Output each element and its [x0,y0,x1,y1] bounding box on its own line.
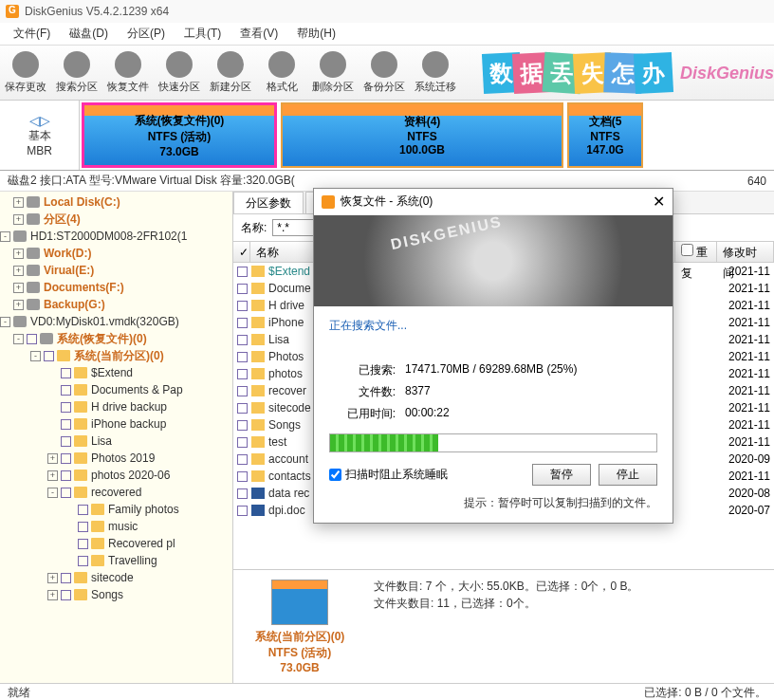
tree-item[interactable]: Travelling [0,552,232,569]
tab[interactable]: 分区参数 [233,192,304,213]
close-icon[interactable]: ✕ [653,193,665,211]
menu-item[interactable]: 文件(F) [4,26,60,42]
tree-checkbox[interactable] [78,522,88,532]
partition-block[interactable]: 系统(恢复文件)(0)NTFS (活动)73.0GB [82,102,277,168]
file-checkbox[interactable] [237,318,248,328]
expand-icon[interactable]: + [13,266,24,276]
tree-item[interactable]: -HD1:ST2000DM008-2FR102(1 [0,228,232,245]
pause-button[interactable]: 暂停 [532,464,591,486]
expand-icon[interactable]: + [13,214,24,225]
menu-item[interactable]: 工具(T) [175,26,230,42]
file-checkbox[interactable] [237,403,248,414]
expand-icon[interactable]: + [47,453,58,464]
sleep-checkbox-input[interactable] [329,469,341,481]
menu-item[interactable]: 帮助(H) [287,26,345,42]
disk-nav[interactable]: ◁▷ 基本 MBR [0,101,80,170]
file-checkbox[interactable] [237,301,248,311]
file-checkbox[interactable] [237,267,248,277]
stop-button[interactable]: 停止 [599,464,657,486]
tree-item[interactable]: +Work(D:) [0,245,232,262]
tree-item[interactable]: $Extend [0,364,232,381]
tool-button[interactable]: 快速分区 [154,48,205,98]
prevent-sleep-checkbox[interactable]: 扫描时阻止系统睡眠 [329,467,448,483]
tree-item[interactable]: +Songs [0,586,232,603]
tree-item[interactable]: +Documents(F:) [0,279,232,296]
file-checkbox[interactable] [237,437,248,448]
tool-button[interactable]: 格式化 [256,48,307,98]
expand-icon[interactable]: + [47,590,58,600]
file-checkbox[interactable] [237,420,248,431]
expand-icon[interactable]: + [47,573,58,583]
tool-button[interactable]: 搜索分区 [51,48,102,98]
tree-checkbox[interactable] [61,436,71,447]
expand-icon[interactable]: + [13,197,24,208]
tool-button[interactable]: 系统迁移 [410,48,461,98]
tree-item[interactable]: +Virual(E:) [0,262,232,279]
tree-checkbox[interactable] [61,470,71,481]
file-checkbox[interactable] [237,369,248,379]
tree-checkbox[interactable] [27,334,37,344]
tree-item[interactable]: +sitecode [0,569,232,586]
col-check-icon[interactable]: ✓ [233,242,250,262]
nav-arrows-icon[interactable]: ◁▷ [29,113,50,128]
tree-checkbox[interactable] [61,385,71,396]
tree-item[interactable]: -recovered [0,484,232,501]
dup-checkbox[interactable] [681,244,693,256]
tree-item[interactable]: -VD0:MyDisk01.vmdk(320GB) [0,313,232,330]
expand-icon[interactable]: - [0,231,10,242]
expand-icon[interactable]: - [13,334,24,344]
tree-checkbox[interactable] [61,402,71,413]
tree-item[interactable]: +photos 2020-06 [0,467,232,484]
expand-icon[interactable]: - [47,488,58,498]
tree-item[interactable]: music [0,518,232,535]
menu-item[interactable]: 查看(V) [230,26,287,42]
expand-icon[interactable]: + [13,300,24,310]
tool-button[interactable]: 恢复文件 [102,48,154,98]
col-date[interactable]: 修改时间 [717,242,774,262]
expand-icon[interactable]: - [0,317,10,327]
tree-item[interactable]: H drive backup [0,398,232,415]
tree-item[interactable]: +Backup(G:) [0,296,232,313]
file-checkbox[interactable] [237,454,248,465]
tree-checkbox[interactable] [61,573,71,583]
file-checkbox[interactable] [237,335,248,345]
tree-checkbox[interactable] [61,488,71,498]
tree-item[interactable]: +分区(4) [0,211,232,228]
tree-item[interactable]: -系统(恢复文件)(0) [0,330,232,347]
tree-checkbox[interactable] [78,556,88,566]
tree-checkbox[interactable] [61,368,71,378]
tree-checkbox[interactable] [61,590,71,600]
expand-icon[interactable]: + [47,470,58,481]
file-checkbox[interactable] [237,352,248,362]
tree-checkbox[interactable] [78,539,88,549]
expand-icon[interactable]: + [13,283,24,293]
tree-item[interactable]: Family photos [0,501,232,518]
tree-item[interactable]: +Local Disk(C:) [0,193,232,211]
tree-item[interactable]: Documents & Pap [0,381,232,398]
tool-button[interactable]: 删除分区 [307,48,359,98]
tool-button[interactable]: 新建分区 [205,48,256,98]
file-checkbox[interactable] [237,488,248,499]
folder-tree[interactable]: +Local Disk(C:)+分区(4)-HD1:ST2000DM008-2F… [0,192,233,683]
expand-icon[interactable]: - [30,351,41,361]
tree-item[interactable]: Lisa [0,433,232,450]
file-checkbox[interactable] [237,506,248,516]
col-dup[interactable]: 重复 [675,242,717,262]
file-checkbox[interactable] [237,284,248,294]
menu-item[interactable]: 分区(P) [118,26,175,42]
file-checkbox[interactable] [237,471,248,482]
tree-checkbox[interactable] [61,419,71,430]
tree-checkbox[interactable] [44,351,54,361]
tree-item[interactable]: Recovered pl [0,535,232,552]
menu-item[interactable]: 磁盘(D) [60,26,118,42]
tree-item[interactable]: iPhone backup [0,415,232,433]
partition-block[interactable]: 资料(4)NTFS100.0GB [281,102,563,168]
tree-item[interactable]: +Photos 2019 [0,450,232,467]
tool-button[interactable]: 备份分区 [359,48,410,98]
tree-item[interactable]: -系统(当前分区)(0) [0,347,232,364]
tool-button[interactable]: 保存更改 [0,48,51,98]
file-checkbox[interactable] [237,386,248,396]
tree-checkbox[interactable] [78,505,88,515]
partition-block[interactable]: 文档(5NTFS147.0G [567,102,643,168]
tree-checkbox[interactable] [61,453,71,464]
